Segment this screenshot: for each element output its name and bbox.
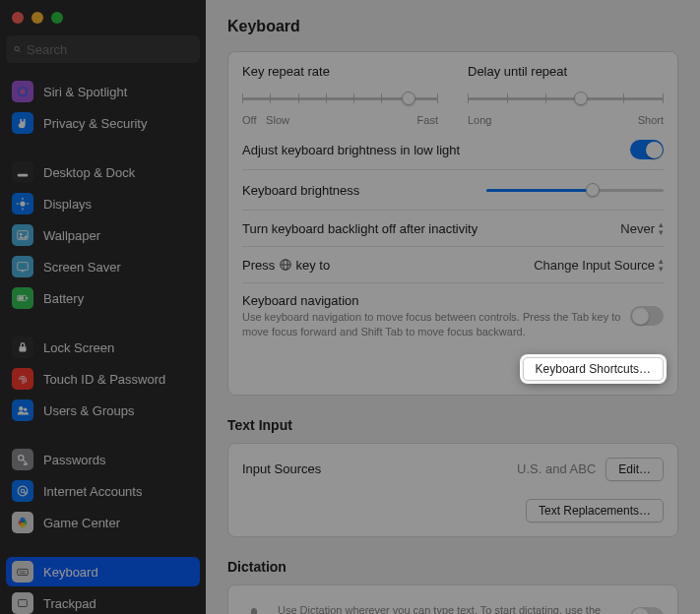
battery-icon	[12, 287, 33, 309]
sidebar-item-passwords[interactable]: Passwords	[6, 445, 200, 474]
siri-icon	[12, 81, 33, 102]
dictation-toggle[interactable]	[630, 607, 664, 614]
sidebar-item-keyboard[interactable]: Keyboard	[6, 557, 200, 586]
svg-point-22	[18, 486, 28, 496]
sidebar-item-label: Displays	[43, 197, 92, 212]
sidebar-item-siri-spotlight[interactable]: Siri & Spotlight	[6, 77, 200, 106]
key-repeat-slider[interactable]	[242, 89, 438, 108]
svg-point-20	[24, 407, 28, 411]
sidebar-item-desktop-dock[interactable]: Desktop & Dock	[6, 157, 200, 187]
svg-rect-14	[21, 271, 25, 272]
sidebar-item-label: Wallpaper	[43, 228, 100, 243]
svg-point-12	[20, 233, 23, 236]
key-repeat-slow-label: Slow	[266, 114, 289, 126]
sidebar-item-wallpaper[interactable]: Wallpaper	[6, 220, 200, 250]
microphone-icon	[242, 605, 266, 614]
sidebar-item-game-center[interactable]: Game Center	[6, 508, 200, 537]
globe-key-action-dropdown[interactable]: Change Input Source ▴▾	[534, 257, 664, 273]
svg-rect-13	[18, 263, 29, 271]
sidebar-item-label: Screen Saver	[43, 260, 121, 275]
sidebar-item-lock-screen[interactable]: Lock Screen	[6, 333, 200, 362]
at-icon	[12, 480, 33, 502]
sidebar-item-privacy-security[interactable]: Privacy & Security	[6, 108, 200, 138]
svg-rect-33	[20, 573, 25, 574]
brightness-label: Keyboard brightness	[242, 183, 359, 198]
edit-input-sources-button[interactable]: Edit…	[605, 458, 664, 481]
backlight-off-dropdown[interactable]: Never ▴▾	[620, 220, 664, 236]
keyboard-nav-label: Keyboard navigation	[242, 293, 630, 308]
wallpaper-icon	[12, 224, 33, 246]
svg-point-26	[20, 518, 25, 522]
key-icon	[12, 449, 33, 470]
search-input[interactable]	[27, 42, 192, 57]
sidebar-item-label: Desktop & Dock	[43, 165, 135, 180]
text-replacements-button[interactable]: Text Replacements…	[526, 499, 664, 522]
fingerprint-icon	[12, 368, 33, 390]
svg-rect-28	[18, 569, 29, 575]
svg-rect-34	[19, 600, 28, 607]
svg-rect-29	[20, 571, 21, 572]
sidebar: Siri & SpotlightPrivacy & SecurityDeskto…	[0, 0, 206, 614]
sidebar-item-displays[interactable]: Displays	[6, 189, 200, 218]
sidebar-item-label: Game Center	[43, 516, 120, 530]
keyboard-nav-toggle[interactable]	[630, 306, 664, 326]
screensaver-icon	[12, 256, 33, 277]
displays-icon	[12, 193, 33, 215]
keyboard-icon	[12, 561, 33, 583]
delay-repeat-slider[interactable]	[468, 89, 664, 108]
chevron-updown-icon: ▴▾	[659, 257, 664, 273]
brightness-thumb[interactable]	[586, 183, 600, 197]
key-repeat-slider-block: Key repeat rate Off Slow Fast	[242, 64, 438, 126]
sidebar-item-internet-accounts[interactable]: Internet Accounts	[6, 476, 200, 506]
delay-repeat-thumb[interactable]	[574, 92, 588, 105]
sidebar-item-label: Internet Accounts	[43, 484, 142, 499]
svg-point-27	[20, 522, 25, 527]
svg-rect-31	[23, 571, 24, 572]
users-icon	[12, 399, 33, 421]
key-repeat-label: Key repeat rate	[242, 64, 438, 79]
input-sources-value: U.S. and ABC	[517, 461, 596, 476]
auto-brightness-toggle[interactable]	[630, 140, 664, 159]
svg-rect-16	[27, 297, 28, 299]
sidebar-item-users-groups[interactable]: Users & Groups	[6, 396, 200, 425]
sidebar-item-label: Users & Groups	[43, 403, 134, 418]
svg-point-2	[18, 87, 29, 97]
search-field[interactable]	[6, 35, 200, 63]
svg-rect-5	[21, 175, 23, 176]
brightness-slider[interactable]	[486, 180, 664, 200]
sidebar-item-label: Trackpad	[43, 596, 96, 611]
keyboard-settings-card: Key repeat rate Off Slow Fast Delay unti…	[227, 51, 678, 396]
zoom-window-button[interactable]	[51, 12, 63, 24]
main-content: Keyboard Key repeat rate Off Slow Fast D…	[206, 0, 700, 614]
trackpad-icon	[12, 592, 33, 614]
sidebar-item-label: Lock Screen	[43, 340, 114, 355]
sidebar-item-label: Battery	[43, 291, 84, 306]
sidebar-item-touch-id-password[interactable]: Touch ID & Password	[6, 364, 200, 394]
backlight-off-label: Turn keyboard backlight off after inacti…	[242, 221, 477, 236]
close-window-button[interactable]	[12, 12, 24, 24]
minimize-window-button[interactable]	[32, 12, 43, 24]
lock-icon	[12, 337, 33, 358]
sidebar-item-trackpad[interactable]: Trackpad	[6, 588, 200, 614]
svg-rect-18	[20, 346, 27, 351]
keyboard-shortcuts-button[interactable]: Keyboard Shortcuts…	[523, 357, 664, 381]
svg-rect-17	[19, 296, 24, 300]
sidebar-item-label: Privacy & Security	[43, 116, 147, 131]
delay-repeat-slider-block: Delay until repeat Long Short	[468, 64, 664, 126]
sidebar-item-label: Siri & Spotlight	[43, 85, 127, 99]
auto-brightness-label: Adjust keyboard brightness in low light	[242, 143, 460, 157]
chevron-updown-icon: ▴▾	[659, 220, 664, 236]
gamecenter-icon	[12, 512, 33, 533]
sidebar-item-screen-saver[interactable]: Screen Saver	[6, 252, 200, 281]
globe-icon	[279, 258, 292, 272]
window-controls	[0, 8, 206, 35]
svg-point-0	[15, 46, 19, 50]
input-sources-label: Input Sources	[242, 461, 321, 476]
hand-icon	[12, 112, 33, 134]
dictation-description: Use Dictation wherever you can type text…	[278, 603, 618, 614]
svg-point-19	[19, 406, 23, 410]
sidebar-item-battery[interactable]: Battery	[6, 283, 200, 313]
key-repeat-thumb[interactable]	[402, 92, 415, 105]
svg-line-1	[19, 50, 21, 52]
svg-rect-41	[251, 608, 257, 614]
